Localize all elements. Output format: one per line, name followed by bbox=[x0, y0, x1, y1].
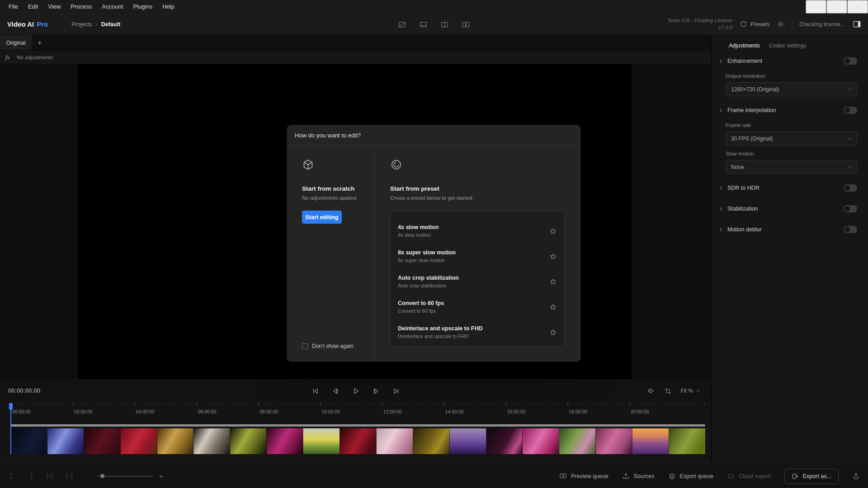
filmstrip-thumb[interactable] bbox=[522, 428, 559, 454]
menu-item-account[interactable]: Account bbox=[97, 0, 128, 14]
zoom-slider-handle[interactable] bbox=[100, 474, 104, 478]
preset-item[interactable]: Convert to 60 fpsConvert to 60 fps bbox=[391, 294, 564, 319]
preset-item[interactable]: 4x slow motion4x slow motion bbox=[391, 218, 564, 244]
export-as-button[interactable]: Export as... bbox=[784, 469, 839, 484]
select-region-button[interactable] bbox=[66, 472, 73, 480]
frame-interpolation-toggle[interactable] bbox=[844, 107, 857, 114]
section-motion-deblur[interactable]: Motion deblur bbox=[718, 221, 857, 238]
settings-button[interactable] bbox=[777, 20, 784, 28]
sources-button[interactable]: Sources bbox=[622, 472, 655, 480]
split-view-button[interactable] bbox=[440, 20, 449, 29]
slow-motion-select[interactable]: None bbox=[726, 160, 857, 174]
frame-rate-select[interactable]: 30 FPS (Original) bbox=[726, 131, 857, 145]
breadcrumb-projects[interactable]: Projects bbox=[71, 21, 92, 28]
timeline-scrollbar[interactable] bbox=[11, 424, 705, 427]
menu-item-view[interactable]: View bbox=[43, 0, 66, 14]
previous-frame-button[interactable] bbox=[331, 387, 340, 395]
timeline-zoom-slider[interactable] bbox=[97, 476, 153, 477]
set-out-point-button[interactable] bbox=[27, 473, 34, 480]
presets-button[interactable]: Presets bbox=[740, 20, 769, 28]
filmstrip-thumb[interactable] bbox=[340, 428, 376, 454]
start-editing-button[interactable]: Start editing bbox=[302, 211, 342, 224]
filmstrip-thumb[interactable] bbox=[376, 428, 413, 454]
zoom-level-dropdown[interactable]: Fit % bbox=[681, 388, 700, 394]
preview-queue-button[interactable]: Preview queue bbox=[559, 472, 609, 480]
side-by-side-view-icon bbox=[462, 20, 470, 29]
preview-monitor-icon bbox=[559, 472, 567, 480]
toggle-right-panel-button[interactable] bbox=[852, 19, 862, 29]
skip-to-start-button[interactable] bbox=[311, 387, 319, 395]
filmstrip-thumb[interactable] bbox=[669, 428, 705, 454]
clear-selection-button[interactable] bbox=[46, 472, 54, 480]
filmstrip-thumb[interactable] bbox=[193, 428, 230, 454]
bottom-bar: + Preview queue Sources Export queue Clo… bbox=[0, 464, 868, 488]
preset-item[interactable]: 8x super slow motion8x super slow motion bbox=[391, 244, 564, 269]
output-resolution-select[interactable]: 1280×720 (Original) bbox=[726, 82, 857, 96]
share-button[interactable] bbox=[852, 472, 860, 480]
menu-item-plugins[interactable]: Plugins bbox=[128, 0, 157, 14]
sidebar-toggle-icon bbox=[852, 19, 862, 29]
preset-item[interactable]: Auto crop stabilizationAuto crop stabili… bbox=[391, 269, 564, 294]
filmstrip-thumb[interactable] bbox=[84, 428, 120, 454]
menu-item-edit[interactable]: Edit bbox=[23, 0, 43, 14]
section-frame-interpolation[interactable]: Frame interpolation bbox=[718, 102, 857, 119]
favorite-star-icon[interactable] bbox=[549, 253, 557, 260]
timeline-ruler[interactable]: 00:00:0002:00:0004:00:0006:00:0008:00:00… bbox=[0, 403, 711, 424]
filmstrip-thumb[interactable] bbox=[120, 428, 157, 454]
dont-show-again-checkbox[interactable] bbox=[302, 343, 308, 349]
preset-item[interactable]: Deinterlace and upscale to FHDDeinterlac… bbox=[391, 319, 564, 345]
tab-adjustments[interactable]: Adjustments bbox=[729, 42, 760, 49]
tab-codec-settings[interactable]: Codec settings bbox=[769, 42, 807, 49]
side-by-side-view-button[interactable] bbox=[462, 20, 470, 29]
tab-original[interactable]: Original bbox=[0, 35, 32, 50]
playhead[interactable] bbox=[10, 403, 11, 454]
filmstrip-thumb[interactable] bbox=[266, 428, 303, 454]
favorite-star-icon[interactable] bbox=[549, 227, 557, 235]
plus-icon: + bbox=[159, 472, 163, 480]
minimize-button[interactable] bbox=[806, 0, 826, 14]
mute-button[interactable] bbox=[647, 387, 655, 395]
filmstrip-thumb[interactable] bbox=[449, 428, 486, 454]
favorite-star-icon[interactable] bbox=[549, 328, 557, 336]
skip-to-end-button[interactable] bbox=[392, 387, 401, 395]
section-sdr-to-hdr[interactable]: SDR to HDR bbox=[718, 179, 857, 197]
stabilization-toggle[interactable] bbox=[844, 205, 857, 212]
compare-view-button[interactable] bbox=[398, 20, 406, 29]
export-queue-button[interactable]: Export queue bbox=[668, 472, 713, 480]
close-icon bbox=[854, 4, 861, 10]
filmstrip-thumb[interactable] bbox=[230, 428, 266, 454]
section-enhancement[interactable]: Enhancement bbox=[718, 52, 857, 70]
cloud-export-button[interactable]: Cloud export bbox=[727, 472, 771, 480]
close-button[interactable] bbox=[847, 0, 868, 14]
filmstrip-thumb[interactable] bbox=[486, 428, 523, 454]
crop-button[interactable] bbox=[664, 387, 672, 395]
next-frame-button[interactable] bbox=[372, 387, 380, 395]
filmstrip-thumb[interactable] bbox=[11, 428, 47, 454]
maximize-button[interactable] bbox=[826, 0, 847, 14]
motion-deblur-toggle[interactable] bbox=[844, 226, 857, 233]
filmstrip-thumb[interactable] bbox=[303, 428, 340, 454]
filmstrip-thumb[interactable] bbox=[47, 428, 84, 454]
favorite-star-icon[interactable] bbox=[549, 303, 557, 311]
add-tab-button[interactable]: + bbox=[32, 35, 48, 50]
filmstrip-thumb[interactable] bbox=[632, 428, 669, 454]
filmstrip-thumb[interactable] bbox=[595, 428, 632, 454]
play-button[interactable] bbox=[351, 387, 360, 395]
crop-icon bbox=[664, 387, 672, 395]
filmstrip-thumb[interactable] bbox=[157, 428, 193, 454]
section-stabilization[interactable]: Stabilization bbox=[718, 200, 857, 217]
filmstrip-thumb[interactable] bbox=[559, 428, 595, 454]
playhead-handle[interactable] bbox=[9, 403, 13, 410]
scratch-subtitle: No adjustments applied bbox=[302, 195, 366, 201]
enhancement-toggle[interactable] bbox=[844, 57, 857, 65]
menu-item-process[interactable]: Process bbox=[66, 0, 97, 14]
sdr-to-hdr-toggle[interactable] bbox=[844, 184, 857, 192]
set-in-point-button[interactable] bbox=[8, 473, 15, 480]
favorite-star-icon[interactable] bbox=[549, 278, 557, 286]
zoom-in-button[interactable]: + bbox=[159, 472, 163, 480]
menu-item-help[interactable]: Help bbox=[157, 0, 179, 14]
filmstrip-thumb[interactable] bbox=[413, 428, 449, 454]
single-view-button[interactable] bbox=[419, 20, 428, 29]
menu-item-file[interactable]: File bbox=[4, 0, 23, 14]
cube-icon bbox=[302, 159, 366, 171]
